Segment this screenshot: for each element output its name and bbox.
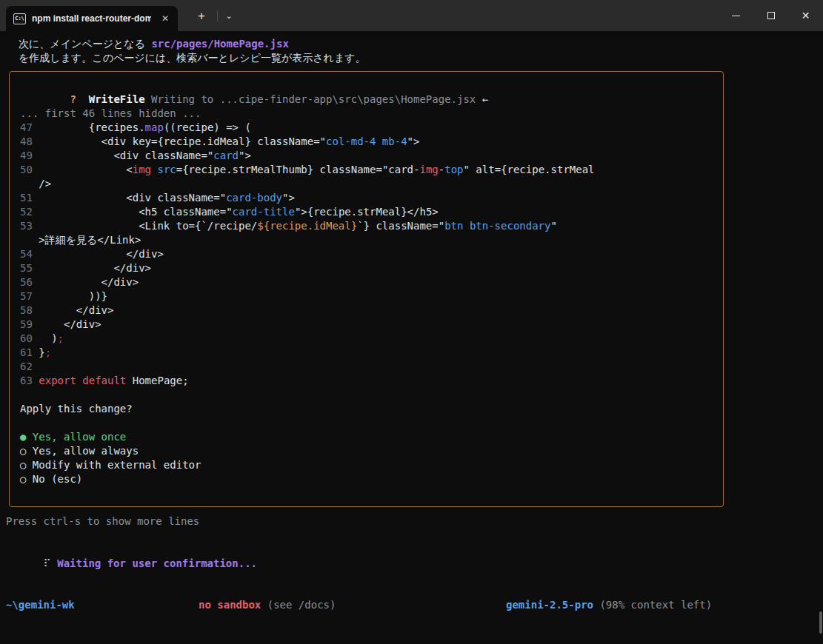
sandbox-label: no sandbox — [199, 599, 261, 611]
tab-separator — [217, 10, 218, 21]
code-line: 54 </div> — [20, 247, 717, 261]
tab-dropdown-button[interactable]: ⌄ — [219, 7, 239, 25]
code-line: 50 <img src={recipe.strMealThumb} classN… — [20, 163, 717, 177]
hidden-lines-note: ... first 46 lines hidden ... — [20, 107, 717, 121]
arrow-left-icon: ← — [482, 93, 488, 105]
footer-status-bar: ~\gemini-wk no sandbox(see /docs) gemini… — [0, 598, 823, 612]
title-bar: C:\ npm install react-router-dom a ✕ + ⌄… — [0, 0, 823, 31]
code-line: 60 ); — [20, 332, 717, 346]
code-line: 59 </div> — [20, 318, 717, 332]
code-block: 47 {recipes.map((recipe) => (48 <div key… — [20, 121, 717, 388]
minimize-icon — [732, 16, 740, 16]
line-number: 57 — [20, 289, 39, 303]
line-number: 55 — [20, 261, 39, 275]
more-lines-hint: Press ctrl-s to show more lines — [6, 514, 823, 529]
status-line: ⠏Waiting for user confirmation... — [6, 543, 823, 557]
scrollbar-thumb[interactable] — [819, 611, 822, 634]
terminal-screen[interactable]: 次に、メインページとなる src/pages/HomePage.jsx を作成し… — [0, 31, 823, 557]
sandbox-note: (see /docs) — [267, 599, 336, 611]
model-label: gemini-2.5-pro — [506, 599, 593, 611]
radio-option-label: No (esc) — [26, 473, 82, 485]
maximize-button[interactable] — [753, 0, 788, 31]
code-line: 61}; — [20, 346, 717, 360]
code-line: >詳細を見る</Link> — [20, 233, 717, 247]
line-number: 53 — [20, 219, 39, 233]
inline-code-path: src/pages/HomePage.jsx — [151, 38, 288, 50]
line-number: 54 — [20, 247, 39, 261]
radio-option-list: ● Yes, allow once○ Yes, allow always○ Mo… — [20, 430, 717, 486]
context-left-label: (98% context left) — [599, 599, 712, 611]
chevron-down-icon: ⌄ — [225, 11, 232, 21]
radio-option[interactable]: ○ No (esc) — [20, 472, 717, 486]
code-line: 57 ))} — [20, 289, 717, 303]
line-number: 58 — [20, 303, 39, 318]
line-number: 59 — [20, 318, 39, 332]
radio-option-label: Yes, allow always — [26, 445, 139, 457]
spinner-icon: ⠏ — [44, 557, 51, 569]
code-line: 62 — [20, 360, 717, 374]
intro-text-2: を作成します。このページには、検索バーとレシピ一覧が表示されます。 — [19, 51, 823, 65]
code-line: 53 <Link to={`/recipe/${recipe.idMeal}`}… — [20, 219, 717, 233]
code-line: 55 </div> — [20, 261, 717, 275]
intro-text: 次に、メインページとなる — [19, 38, 151, 50]
line-number: 60 — [20, 332, 39, 346]
model-status: gemini-2.5-pro(98% context left) — [506, 598, 712, 612]
radio-option[interactable]: ○ Yes, allow always — [20, 444, 717, 458]
radio-option[interactable]: ● Yes, allow once — [20, 430, 717, 444]
tab-title: npm install react-router-dom a — [32, 13, 151, 24]
line-number: 61 — [20, 346, 39, 360]
line-number: 47 — [20, 121, 39, 135]
tool-header: ?WriteFileWriting to ...cipe-finder-app\… — [20, 78, 717, 93]
confirmation-question: Apply this change? — [20, 402, 717, 416]
line-number: 52 — [20, 205, 39, 219]
line-number: 62 — [20, 360, 39, 374]
line-number: 56 — [20, 275, 39, 289]
window-controls: ✕ — [719, 0, 823, 31]
sandbox-status: no sandbox(see /docs) — [199, 598, 336, 612]
cmd-icon: C:\ — [13, 13, 26, 24]
terminal-tab[interactable]: C:\ npm install react-router-dom a ✕ — [6, 6, 178, 31]
line-number: 49 — [20, 149, 39, 163]
code-line: 52 <h5 className="card-title">{recipe.st… — [20, 205, 717, 219]
code-line: 48 <div key={recipe.idMeal} className="c… — [20, 135, 717, 149]
terminal-window: C:\ npm install react-router-dom a ✕ + ⌄… — [0, 0, 823, 644]
close-icon: ✕ — [802, 10, 810, 21]
tool-confirmation-box: ?WriteFileWriting to ...cipe-finder-app\… — [9, 71, 724, 507]
line-number: 63 — [20, 374, 39, 388]
cwd-label: ~\gemini-wk — [6, 598, 75, 612]
code-line: 63export default HomePage; — [20, 374, 717, 388]
tab-close-icon[interactable]: ✕ — [157, 12, 173, 25]
tool-name: WriteFile — [89, 93, 145, 105]
line-number: 50 — [20, 163, 39, 177]
blank-line — [20, 388, 717, 402]
code-line: 58 </div> — [20, 303, 717, 318]
status-message: Waiting for user confirmation... — [57, 557, 257, 569]
code-line: 51 <div className="card-body"> — [20, 191, 717, 205]
tool-description: Writing to ...cipe-finder-app\src\pages\… — [151, 93, 476, 105]
code-line: /> — [20, 177, 717, 191]
line-number: 48 — [20, 135, 39, 149]
line-number: 51 — [20, 191, 39, 205]
assistant-message: 次に、メインページとなる src/pages/HomePage.jsx を作成し… — [19, 37, 823, 65]
plus-icon: + — [198, 9, 205, 24]
radio-option-label: Modify with external editor — [26, 459, 201, 471]
new-tab-button[interactable]: + — [190, 7, 213, 25]
maximize-icon — [767, 12, 775, 19]
code-line: 56 </div> — [20, 275, 717, 289]
radio-option[interactable]: ○ Modify with external editor — [20, 458, 717, 472]
question-mark-icon: ? — [70, 93, 76, 105]
blank-line — [20, 416, 717, 430]
minimize-button[interactable] — [719, 0, 753, 31]
code-line: 47 {recipes.map((recipe) => ( — [20, 121, 717, 135]
close-button[interactable]: ✕ — [788, 0, 823, 31]
radio-option-label: Yes, allow once — [26, 431, 126, 443]
code-line: 49 <div className="card"> — [20, 149, 717, 163]
